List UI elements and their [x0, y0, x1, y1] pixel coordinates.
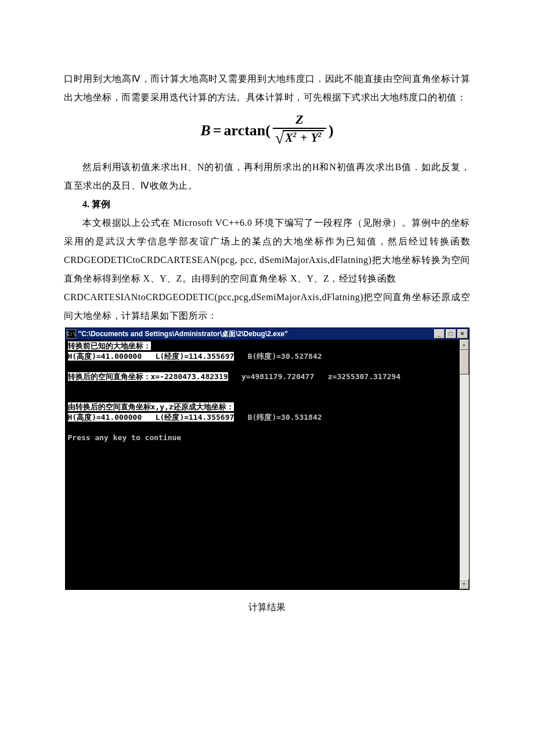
console-titlebar[interactable]: C:\ "C:\Documents and Settings\Administr…: [66, 328, 469, 340]
maximize-button[interactable]: □: [446, 329, 456, 339]
document-page: 口时用到大地高Ⅳ，而计算大地高时又需要用到大地纬度口．因此不能直接由空间直角坐标…: [0, 0, 534, 756]
console-line: 转换前已知的大地坐标：: [68, 341, 151, 350]
formula-fn: arctan(: [224, 116, 270, 146]
section-4-heading: 4. 算例: [64, 195, 470, 214]
minimize-button[interactable]: _: [434, 329, 445, 339]
formula-block: B = arctan( Z √ X2 + Y2 ): [64, 114, 470, 147]
sqrt-x-exp: 2: [293, 131, 297, 139]
sqrt-plus: +: [300, 131, 308, 144]
paragraph-2: 然后利用该初值来求出H、N的初值，再利用所求出的H和N初值再次求出B值．如此反复…: [64, 158, 470, 195]
scroll-down-button[interactable]: ▾: [460, 579, 469, 589]
formula-eq: =: [213, 116, 222, 146]
sqrt: √ X2 + Y2: [275, 130, 324, 146]
scrollbar[interactable]: ▴ ▾: [460, 340, 469, 589]
console-window: C:\ "C:\Documents and Settings\Administr…: [65, 327, 470, 590]
console-line: B(纬度)=30.531842: [234, 413, 322, 422]
console-body: 转换前已知的大地坐标： H(高度)=41.000000 L(经度)=114.35…: [66, 340, 469, 589]
formula-numerator: Z: [291, 113, 308, 128]
window-buttons: _ □ ×: [434, 329, 468, 339]
formula-close: ): [329, 116, 334, 146]
console-line: Press any key to continue: [68, 433, 182, 442]
scroll-track[interactable]: [460, 350, 469, 579]
console-title: "C:\Documents and Settings\Administrator…: [78, 327, 434, 341]
sqrt-y-exp: 2: [318, 131, 322, 139]
console-line: 转换后的空间直角坐标：x=-2280473.482319: [68, 372, 228, 381]
paragraph-3b: CRDCARTESIANtoCRDGEODETIC(pcc,pcg,dSemiM…: [64, 288, 470, 325]
sqrt-body: X2 + Y2: [283, 130, 324, 144]
sqrt-x: X: [285, 131, 293, 144]
console-line: 由转换后的空间直角坐标x,y,z还原成大地坐标：: [68, 402, 234, 411]
formula-inner: B = arctan( Z √ X2 + Y2 ): [200, 114, 333, 147]
console-line: H(高度)=41.000000 L(经度)=114.355697: [68, 413, 234, 422]
formula-fraction: Z √ X2 + Y2: [273, 113, 326, 146]
figure-caption: 计算结果: [64, 598, 470, 617]
formula-denominator: √ X2 + Y2: [273, 128, 326, 146]
paragraph-3a: 本文根据以上公式在 Microsoft VC++6.0 环境下编写了一段程序（见…: [64, 214, 470, 288]
console-figure: C:\ "C:\Documents and Settings\Administr…: [64, 327, 470, 617]
console-line: y=4981179.720477 z=3255307.317294: [228, 372, 400, 381]
sqrt-y: Y: [311, 131, 318, 144]
console-line: H(高度)=41.000000 L(经度)=114.355697: [68, 352, 234, 361]
console-line: B(纬度)=30.527842: [234, 352, 322, 361]
cmd-icon: C:\: [67, 329, 76, 339]
paragraph-1: 口时用到大地高Ⅳ，而计算大地高时又需要用到大地纬度口．因此不能直接由空间直角坐标…: [64, 70, 470, 107]
scroll-thumb[interactable]: [460, 350, 469, 375]
scroll-up-button[interactable]: ▴: [460, 340, 469, 350]
close-button[interactable]: ×: [457, 329, 468, 339]
console-output: 转换前已知的大地坐标： H(高度)=41.000000 L(经度)=114.35…: [66, 340, 460, 589]
formula-lhs: B: [200, 116, 210, 146]
